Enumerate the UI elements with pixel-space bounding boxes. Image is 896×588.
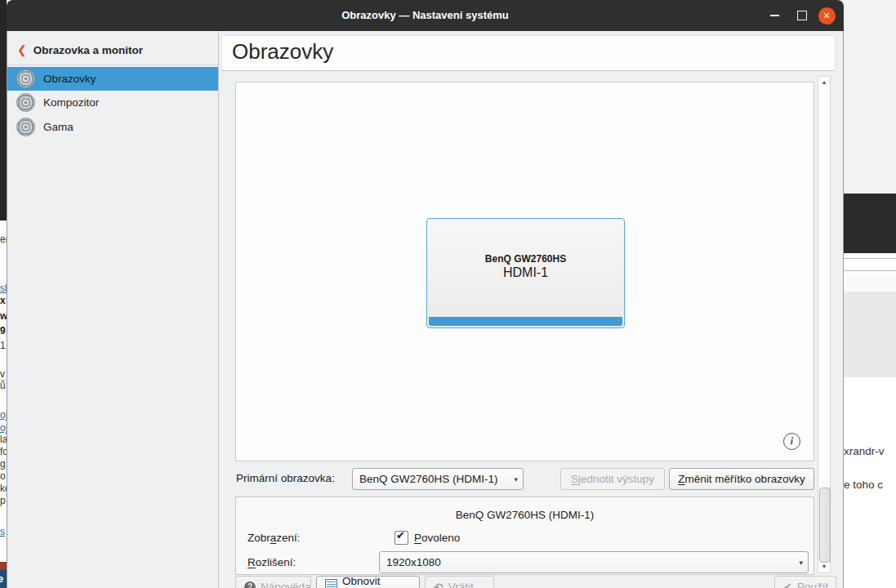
scroll-down-arrow-icon[interactable]: ▼ [818,562,830,572]
background-text-fragment: x [0,295,6,306]
background-text-fragment: en [0,234,7,245]
resolution-label: Rozlišení: [247,556,296,568]
primary-screen-dropdown[interactable]: BenQ GW2760HS (HDMI-1) ▾ [352,468,524,490]
background-text-fragment: o [0,470,6,482]
background-text-fragment: sl [0,283,7,294]
background-text-fragment: p [0,495,6,506]
background-text-fragment: la [0,434,7,445]
minimize-icon [770,15,779,16]
monitor-layout-area: BenQ GW2760HS HDMI-1 i [235,82,814,461]
monitor-model-label: BenQ GW2760HS [427,253,624,265]
resolution-row: Rozlišení: 1920x1080 ▾ [247,551,802,573]
compositor-icon [16,93,35,112]
checkmark-icon: ✔ [396,529,405,541]
help-label: Nápověda [261,581,311,588]
primary-screen-value: BenQ GW2760HS (HDMI-1) [359,473,498,485]
background-left-taskbar-item: e [0,570,7,588]
background-text-fragment: fo [0,446,7,457]
page-title: Obrazovky [232,39,835,65]
monitor-preview-benq[interactable]: BenQ GW2760HS HDMI-1 [426,218,625,328]
sidebar-item-label: Obrazovky [43,73,96,85]
maximize-button[interactable] [790,0,814,31]
background-text-fragment: oj [0,409,7,421]
minimize-button[interactable] [762,0,787,31]
system-settings-window: Obrazovky — Nastavení systému ✕ ❮ Obrazo… [7,0,844,588]
unify-outputs-button[interactable]: Sjednotit výstupy [560,468,665,490]
background-text-fragment: ů [0,380,6,391]
background-right-rule [844,270,896,271]
background-text-fragment: 1. [0,340,7,351]
background-right-gray-band [844,292,896,377]
display-enabled-row: Zobrazení: ✔ Povoleno [247,530,802,548]
display-icon [16,69,35,88]
background-text-fragment: 9 [0,325,6,336]
sidebar-item-gama[interactable]: Gama [7,115,218,139]
enabled-checkbox[interactable]: ✔ [395,531,408,545]
close-button[interactable]: ✕ [814,0,839,31]
maximize-icon [797,11,807,20]
resolution-dropdown[interactable]: 1920x1080 ▾ [379,551,809,573]
close-icon: ✕ [818,7,836,24]
sidebar-item-label: Gama [43,121,74,133]
background-left-accent-line [0,562,7,570]
primary-screen-row: Primární obrazovka: BenQ GW2760HS (HDMI-… [236,468,814,490]
sidebar-back-header[interactable]: ❮ Obrazovka a monitor [7,36,218,64]
chevron-down-icon: ▾ [791,559,808,567]
change-scale-button[interactable]: Změnit měřítko obrazovky [669,468,814,490]
display-label: Zobrazení: [247,532,301,544]
output-panel-title: BenQ GW2760HS (HDMI-1) [236,509,814,521]
scroll-up-arrow-icon[interactable]: ▲ [818,78,830,87]
background-right-rule [844,258,896,259]
background-right-light-band [844,273,896,292]
restore-defaults-button[interactable]: Obnovit výchozí [316,576,420,588]
background-text-fragment: s [0,526,5,537]
window-body: ❮ Obrazovka a monitor Obrazovky Kompozit… [7,31,844,588]
primary-screen-label: Primární obrazovka: [236,472,335,484]
revert-button[interactable]: ↶ Vrátit [425,576,494,588]
sidebar-item-obrazovky[interactable]: Obrazovky [7,67,218,91]
back-chevron-icon: ❮ [17,43,27,56]
vertical-scrollbar[interactable]: ▲ ▼ [818,76,831,573]
background-window-left: enslxw91.vůojojlafogokops e [0,0,7,588]
background-text-fragment: oj [0,422,7,434]
revert-label: Vrátit [448,581,474,588]
background-right-dark-block [844,194,896,253]
question-icon: ? [244,581,256,588]
background-right-text: e toho c [844,479,883,491]
apply-check-icon: ✔ [783,581,792,588]
sidebar-separator [7,65,218,65]
sidebar-header-label: Obrazovka a monitor [33,44,143,56]
restore-defaults-label: Obnovit výchozí [342,575,411,588]
window-title: Obrazovky — Nastavení systému [7,0,844,31]
output-settings-panel: BenQ GW2760HS (HDMI-1) Zobrazení: ✔ Povo… [235,497,814,575]
background-right-text: xrandr-v [844,445,885,457]
document-revert-icon [325,579,337,588]
gamma-icon [16,118,35,136]
sidebar-item-label: Kompozitor [43,96,99,109]
background-right-gray-area [844,0,896,194]
sidebar-item-kompozitor[interactable]: Kompozitor [7,91,218,114]
chevron-down-icon: ▾ [506,475,523,483]
monitor-output-label: HDMI-1 [427,265,624,280]
titlebar[interactable]: Obrazovky — Nastavení systému ✕ [7,0,844,31]
background-text-fragment: g [0,458,6,470]
background-window-right: xrandr-v e toho c [844,0,896,588]
resolution-value: 1920x1080 [386,556,441,568]
apply-button[interactable]: ✔ Použít [774,576,836,588]
undo-icon: ↶ [434,581,444,588]
change-scale-label: Změnit měřítko obrazovky [678,473,805,485]
monitor-bottom-bar [429,317,622,326]
enabled-checkbox-label[interactable]: Povoleno [414,532,460,544]
background-text-fragment: ko [0,483,7,494]
unify-outputs-label: Sjednotit výstupy [571,473,654,485]
help-button[interactable]: ? Nápověda [235,576,311,588]
apply-label: Použít [797,581,828,588]
background-left-dark-area [0,0,7,220]
background-text-fragment: v [0,368,5,380]
scrollbar-thumb[interactable] [819,488,831,563]
background-text-fragment: w [0,310,7,322]
info-icon[interactable]: i [783,433,800,450]
page-header: Obrazovky [221,35,836,71]
sidebar: ❮ Obrazovka a monitor Obrazovky Kompozit… [7,31,219,588]
